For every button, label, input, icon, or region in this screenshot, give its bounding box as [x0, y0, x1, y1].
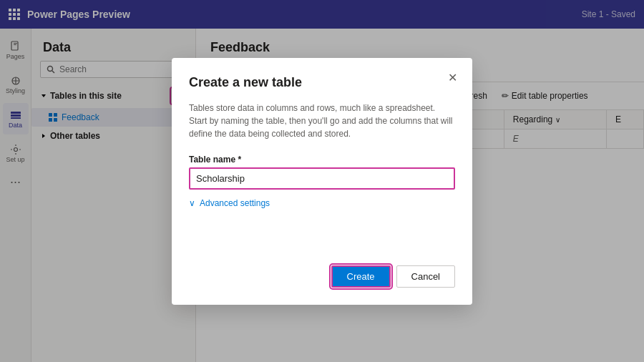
chevron-down-small-icon: ∨: [189, 198, 195, 208]
cancel-button[interactable]: Cancel: [396, 265, 455, 288]
dialog-footer: Create Cancel: [189, 265, 455, 288]
create-button[interactable]: Create: [331, 265, 391, 288]
dialog-title: Create a new table: [189, 75, 455, 90]
dialog-close-button[interactable]: ✕: [444, 69, 461, 87]
dialog-overlay: Create a new table ✕ Tables store data i…: [0, 0, 644, 362]
advanced-settings-toggle[interactable]: ∨ Advanced settings: [189, 198, 455, 208]
create-table-dialog: Create a new table ✕ Tables store data i…: [172, 58, 472, 305]
table-name-input[interactable]: [189, 167, 455, 190]
table-name-label: Table name *: [189, 155, 455, 165]
dialog-description: Tables store data in columns and rows, m…: [189, 102, 455, 140]
table-name-group: Table name *: [189, 155, 455, 190]
